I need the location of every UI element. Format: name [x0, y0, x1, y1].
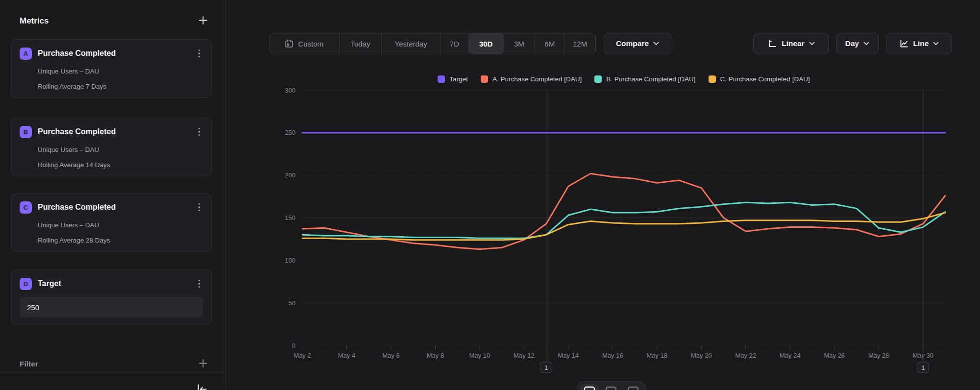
range-custom[interactable]: Custom [270, 33, 340, 54]
legend-swatch [481, 75, 488, 83]
compare-label: Compare [616, 39, 649, 48]
calendar-icon [285, 39, 294, 48]
view-toggle-table[interactable] [601, 384, 621, 390]
add-metric-button[interactable] [197, 15, 209, 27]
chevron-down-icon [809, 42, 815, 46]
legend-swatch [594, 75, 602, 83]
metric-badge: D [20, 278, 32, 290]
x-axis-label: May 12 [514, 352, 535, 359]
chart-panel: Custom Today Yesterday 7D 30D 3M 6M 12M … [226, 0, 980, 390]
metric-card-head: A Purchase Completed [20, 47, 203, 60]
x-axis-label: May 16 [602, 352, 623, 359]
metric-badge: C [20, 201, 32, 214]
svg-text:1: 1 [544, 364, 548, 371]
metric-menu-button[interactable] [196, 201, 203, 214]
metric-card-b[interactable]: B Purchase Completed Unique Users – DAU … [11, 118, 212, 176]
range-label: 7D [450, 40, 459, 48]
table-view-icon [605, 386, 617, 390]
metric-card-c[interactable]: C Purchase Completed Unique Users – DAU … [11, 193, 212, 252]
sidebar-footer-divider [0, 372, 225, 373]
chart-type-dropdown[interactable]: Line [886, 33, 952, 54]
split-view-icon [627, 386, 639, 390]
metric-transform: Rolling Average 14 Days [38, 161, 203, 169]
metric-title: Purchase Completed [38, 203, 196, 212]
x-axis-label: May 18 [647, 352, 668, 359]
metric-badge: A [20, 48, 32, 60]
filter-label: Filter [20, 360, 38, 368]
legend-swatch [438, 75, 445, 83]
y-axis-label: 50 [289, 299, 295, 307]
compare-dropdown[interactable]: Compare [604, 33, 671, 54]
axis-scale-icon [767, 39, 777, 49]
legend-item[interactable]: A. Purchase Completed [DAU] [481, 75, 582, 83]
legend-item[interactable]: B. Purchase Completed [DAU] [594, 75, 695, 83]
view-toggle-group [577, 381, 646, 390]
annotation-badge[interactable]: 1 [917, 362, 929, 373]
metric-card-a[interactable]: A Purchase Completed Unique Users – DAU … [11, 39, 212, 98]
x-axis-label: May 10 [469, 352, 490, 359]
metric-badge: B [20, 126, 32, 138]
x-axis-label: May 26 [824, 352, 845, 359]
range-label: Yesterday [395, 40, 427, 48]
x-axis-label: May 4 [338, 352, 355, 359]
metric-card-head: D Target [20, 277, 203, 290]
legend-label: Target [449, 75, 468, 83]
granularity-dropdown[interactable]: Day [836, 33, 879, 54]
series-line[interactable] [302, 173, 945, 249]
metric-measure: Unique Users – DAU [38, 68, 203, 75]
y-axis-label: 0 [292, 342, 295, 349]
metric-measure: Unique Users – DAU [38, 221, 203, 229]
target-value-input[interactable] [20, 297, 203, 317]
x-axis-label: May 20 [691, 352, 712, 359]
view-toggle-chart[interactable] [580, 384, 599, 390]
range-6m[interactable]: 6M [535, 33, 564, 54]
line-chart[interactable]: 050100150200250300May 2May 4May 6May 8Ma… [226, 86, 980, 390]
annotation-badge[interactable]: 1 [540, 362, 552, 373]
series-line[interactable] [302, 202, 945, 238]
metric-measure: Unique Users – DAU [38, 146, 203, 153]
legend-label: C. Purchase Completed [DAU] [720, 75, 810, 83]
chart-legend: TargetA. Purchase Completed [DAU]B. Purc… [302, 75, 945, 83]
x-axis-label: May 24 [780, 352, 801, 359]
range-yesterday[interactable]: Yesterday [382, 33, 441, 54]
metric-menu-button[interactable] [196, 48, 203, 60]
range-label: 12M [573, 40, 587, 48]
metric-card-target[interactable]: D Target [11, 269, 212, 325]
scale-dropdown[interactable]: Linear [753, 33, 829, 54]
metric-menu-button[interactable] [196, 126, 203, 138]
range-label: 30D [479, 40, 493, 48]
range-7d[interactable]: 7D [441, 33, 469, 54]
chevron-down-icon [653, 42, 659, 46]
granularity-label: Day [845, 39, 859, 48]
range-3m[interactable]: 3M [504, 33, 536, 54]
line-chart-icon [899, 39, 909, 49]
legend-item[interactable]: C. Purchase Completed [DAU] [709, 75, 810, 83]
scale-label: Linear [782, 39, 805, 48]
x-axis-label: May 28 [868, 352, 889, 359]
x-axis-label: May 14 [558, 352, 579, 359]
y-axis-label: 250 [285, 129, 295, 136]
range-12m[interactable]: 12M [564, 33, 595, 54]
series-line[interactable] [302, 213, 945, 240]
legend-item[interactable]: Target [438, 75, 468, 83]
metrics-sidebar: Metrics A Purchase Completed Unique User… [0, 0, 226, 390]
time-range-segmented-control: Custom Today Yesterday 7D 30D 3M 6M 12M [269, 33, 596, 54]
add-filter-button[interactable] [197, 358, 209, 370]
collapse-sidebar-button[interactable] [194, 382, 209, 390]
chart-view-icon [584, 386, 595, 390]
chart-type-label: Line [913, 39, 929, 48]
filter-section-header: Filter [20, 358, 209, 370]
view-toggle-split[interactable] [623, 384, 643, 390]
x-axis-label: May 6 [382, 352, 399, 359]
y-axis-label: 200 [285, 171, 295, 179]
range-30d-active[interactable]: 30D [469, 33, 504, 54]
chevron-down-icon [933, 42, 939, 46]
range-label: 3M [514, 40, 524, 48]
range-today[interactable]: Today [340, 33, 382, 54]
y-axis-label: 150 [285, 214, 295, 221]
sidebar-header: Metrics [20, 15, 209, 27]
plus-icon [198, 16, 208, 26]
metric-card-head: C Purchase Completed [20, 201, 203, 214]
metric-transform: Rolling Average 28 Days [38, 237, 203, 244]
metric-menu-button[interactable] [196, 278, 203, 290]
